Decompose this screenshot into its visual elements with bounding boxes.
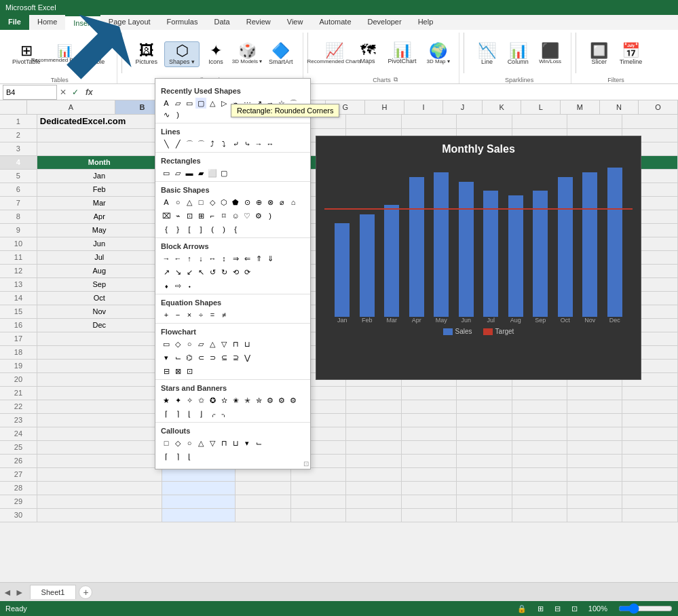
cell-a26[interactable] <box>37 454 162 467</box>
cell-a19[interactable] <box>37 359 162 372</box>
shape-icon[interactable]: ⚙ <box>253 210 264 221</box>
status-view-page[interactable]: ⊡ <box>571 604 578 613</box>
shape-icon[interactable]: ⤵ <box>219 138 229 149</box>
col-header-j[interactable]: J <box>443 100 483 114</box>
shape-icon[interactable]: ÷ <box>195 309 206 320</box>
cell-j27[interactable] <box>622 467 678 481</box>
shape-icon[interactable]: ⌋ <box>195 408 206 419</box>
shape-icon[interactable]: A <box>161 197 172 208</box>
shape-icon[interactable]: ▱ <box>195 339 206 349</box>
cell-e1[interactable] <box>346 115 401 128</box>
cell-b27[interactable] <box>162 467 236 481</box>
shape-icon[interactable]: ⊞ <box>195 210 206 221</box>
cell-i22[interactable] <box>567 400 622 413</box>
shape-icon[interactable]: ▭ <box>161 339 172 349</box>
shape-icon[interactable]: ▷ <box>219 98 229 109</box>
cell-b29[interactable] <box>162 495 236 508</box>
tab-developer[interactable]: Developer <box>360 15 410 30</box>
cell-a30[interactable] <box>37 508 162 522</box>
shape-icon[interactable]: ⤴ <box>207 138 218 149</box>
shape-icon[interactable]: ▢ <box>195 98 206 109</box>
3d-models-button[interactable]: 🎲 3D Models ▾ <box>232 42 262 66</box>
cell-j24[interactable] <box>622 427 678 440</box>
shape-icon[interactable]: ∿ <box>161 109 172 120</box>
cell-j22[interactable] <box>622 400 678 413</box>
cell-a27[interactable] <box>37 467 162 481</box>
shape-icon[interactable]: ⌒ <box>195 138 206 149</box>
status-view-layout[interactable]: ⊟ <box>554 604 561 613</box>
tab-file[interactable]: File <box>0 15 29 30</box>
cell-f24[interactable] <box>401 427 456 440</box>
shape-icon[interactable]: = <box>207 309 218 320</box>
cell-a16[interactable]: Dec <box>37 318 162 332</box>
cell-f28[interactable] <box>401 481 456 495</box>
shape-icon[interactable]: ✦ <box>172 395 183 406</box>
tab-automate[interactable]: Automate <box>311 15 359 30</box>
cell-f1[interactable] <box>401 115 456 128</box>
shape-icon[interactable]: ⌙ <box>253 438 264 448</box>
shape-icon[interactable]: ⇐ <box>242 253 252 264</box>
tab-view[interactable]: View <box>279 15 312 30</box>
cell-j23[interactable] <box>622 413 678 427</box>
shape-icon[interactable]: ⊡ <box>184 366 195 377</box>
maps-button[interactable]: 🗺 Maps <box>354 41 381 66</box>
cell-f25[interactable] <box>401 440 456 454</box>
shape-icon[interactable]: ⌉ <box>172 408 183 419</box>
shape-icon[interactable]: ⤶ <box>230 138 241 149</box>
cell-a11[interactable]: Jul <box>37 250 162 264</box>
shape-icon[interactable]: ≠ <box>219 309 229 320</box>
shape-icon[interactable]: ↘ <box>172 267 183 277</box>
shape-icon[interactable]: ↙ <box>184 267 195 277</box>
cell-a18[interactable] <box>37 345 162 359</box>
cell-g30[interactable] <box>457 508 512 522</box>
shape-icon[interactable]: △ <box>195 438 206 448</box>
shape-icon[interactable]: ⊗ <box>265 197 276 208</box>
cell-g1[interactable] <box>457 115 512 128</box>
cell-i24[interactable] <box>567 427 622 440</box>
shape-icon[interactable]: { <box>161 224 172 235</box>
cell-j25[interactable] <box>622 440 678 454</box>
shape-icon[interactable]: ╱ <box>172 138 183 149</box>
shape-icon[interactable]: × <box>184 309 195 320</box>
shape-icon[interactable]: ✧ <box>184 395 195 406</box>
cell-g27[interactable] <box>457 467 512 481</box>
sheet-tab-nav[interactable]: ◄ ► <box>3 587 24 598</box>
shape-icon[interactable]: ✫ <box>219 395 229 406</box>
cell-f29[interactable] <box>401 495 456 508</box>
recommended-charts-button[interactable]: 📈 Recommended Charts <box>318 42 352 66</box>
shape-icon[interactable]: ◇ <box>172 339 183 349</box>
shape-icon[interactable]: [ <box>184 224 195 235</box>
shape-icon[interactable]: ⌧ <box>161 210 172 221</box>
cell-g23[interactable] <box>457 413 512 427</box>
shape-icon[interactable]: ⇑ <box>253 253 264 264</box>
shape-icon[interactable]: ⊟ <box>161 366 172 377</box>
shape-icon[interactable]: ★ <box>161 395 172 406</box>
shape-icon[interactable]: ( <box>207 224 218 235</box>
shape-icon[interactable]: ⚙ <box>288 395 299 406</box>
cell-a22[interactable] <box>37 400 162 413</box>
cell-d27[interactable] <box>290 467 345 481</box>
shape-icon[interactable]: ⌐ <box>207 210 218 221</box>
shape-icon[interactable]: ← <box>172 253 183 264</box>
shape-icon[interactable]: ⇨ <box>172 280 183 291</box>
cell-i29[interactable] <box>567 495 622 508</box>
col-header-o[interactable]: O <box>639 100 678 114</box>
cell-j30[interactable] <box>622 508 678 522</box>
cell-j28[interactable] <box>622 481 678 495</box>
shape-icon[interactable]: □ <box>195 197 206 208</box>
tab-review[interactable]: Review <box>238 15 279 30</box>
cell-g24[interactable] <box>457 427 512 440</box>
shape-icon[interactable]: ⌬ <box>184 352 195 363</box>
charts-dialog-launcher[interactable]: ⧉ <box>394 76 398 83</box>
col-header-k[interactable]: K <box>483 100 522 114</box>
cell-a5[interactable]: Jan <box>37 169 162 182</box>
shape-icon[interactable]: ▬ <box>184 168 195 178</box>
cell-j29[interactable] <box>622 495 678 508</box>
shape-icon[interactable]: ✬ <box>230 395 241 406</box>
shape-icon[interactable]: ↔ <box>265 138 276 149</box>
cell-h29[interactable] <box>512 495 567 508</box>
cell-e22[interactable] <box>346 400 401 413</box>
cell-h1[interactable] <box>512 115 567 128</box>
shape-icon[interactable]: ↔ <box>207 253 218 264</box>
shape-icon[interactable]: ↓ <box>195 253 206 264</box>
